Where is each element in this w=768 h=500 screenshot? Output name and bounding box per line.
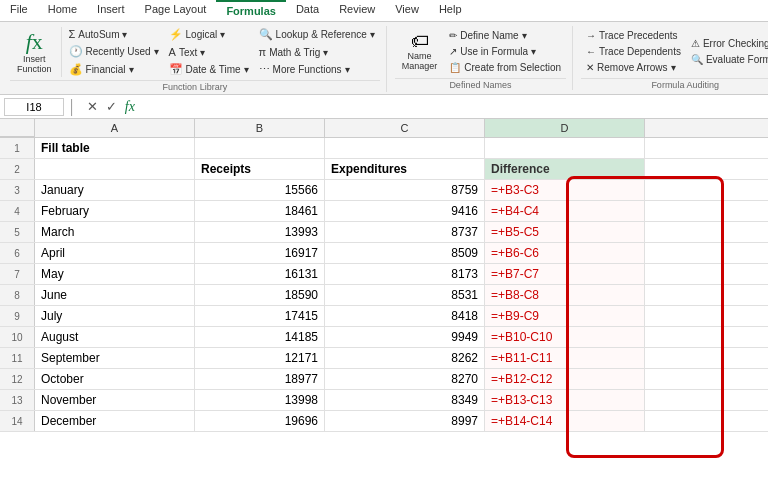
cell-d12[interactable]: =+B12-C12 [485, 369, 645, 389]
cell-d10[interactable]: =+B10-C10 [485, 327, 645, 347]
row-number[interactable]: 7 [0, 264, 35, 284]
define-name-button[interactable]: ✏ Define Name ▾ [444, 28, 566, 43]
cell-b6[interactable]: 16917 [195, 243, 325, 263]
cell-a14[interactable]: December [35, 411, 195, 431]
row-number[interactable]: 5 [0, 222, 35, 242]
col-header-b[interactable]: B [195, 119, 325, 137]
cell-c4[interactable]: 9416 [325, 201, 485, 221]
row-number[interactable]: 2 [0, 159, 35, 179]
row-number[interactable]: 8 [0, 285, 35, 305]
autosum-button[interactable]: Σ AutoSum ▾ [64, 26, 164, 42]
cell-c5[interactable]: 8737 [325, 222, 485, 242]
col-header-a[interactable]: A [35, 119, 195, 137]
cell-d6[interactable]: =+B6-C6 [485, 243, 645, 263]
cell-d11[interactable]: =+B11-C11 [485, 348, 645, 368]
cell-b3[interactable]: 15566 [195, 180, 325, 200]
cell-c2[interactable]: Expenditures [325, 159, 485, 179]
cell-b13[interactable]: 13998 [195, 390, 325, 410]
cell-c8[interactable]: 8531 [325, 285, 485, 305]
math-trig-button[interactable]: π Math & Trig ▾ [254, 44, 380, 60]
row-number[interactable]: 11 [0, 348, 35, 368]
cell-d2[interactable]: Difference [485, 159, 645, 179]
cell-b4[interactable]: 18461 [195, 201, 325, 221]
tab-insert[interactable]: Insert [87, 0, 135, 21]
cell-c12[interactable]: 8270 [325, 369, 485, 389]
cell-d5[interactable]: =+B5-C5 [485, 222, 645, 242]
cell-c6[interactable]: 8509 [325, 243, 485, 263]
row-number[interactable]: 10 [0, 327, 35, 347]
cell-b2[interactable]: Receipts [195, 159, 325, 179]
cell-a7[interactable]: May [35, 264, 195, 284]
recently-used-button[interactable]: 🕐 Recently Used ▾ [64, 43, 164, 60]
cell-b8[interactable]: 18590 [195, 285, 325, 305]
row-number[interactable]: 14 [0, 411, 35, 431]
cell-a2[interactable] [35, 159, 195, 179]
cell-a5[interactable]: March [35, 222, 195, 242]
cell-a13[interactable]: November [35, 390, 195, 410]
cell-d8[interactable]: =+B8-C8 [485, 285, 645, 305]
cell-b7[interactable]: 16131 [195, 264, 325, 284]
date-time-button[interactable]: 📅 Date & Time ▾ [164, 61, 254, 78]
cell-a12[interactable]: October [35, 369, 195, 389]
cancel-formula-icon[interactable]: ✕ [85, 98, 100, 115]
evaluate-formula-button[interactable]: 🔍 Evaluate Formula [686, 52, 768, 67]
confirm-formula-icon[interactable]: ✓ [104, 98, 119, 115]
cell-d3[interactable]: =+B3-C3 [485, 180, 645, 200]
cell-a9[interactable]: July [35, 306, 195, 326]
trace-dependents-button[interactable]: ← Trace Dependents [581, 44, 686, 59]
cell-c13[interactable]: 8349 [325, 390, 485, 410]
cell-b9[interactable]: 17415 [195, 306, 325, 326]
row-number[interactable]: 3 [0, 180, 35, 200]
tab-home[interactable]: Home [38, 0, 87, 21]
financial-button[interactable]: 💰 Financial ▾ [64, 61, 164, 78]
tab-view[interactable]: View [385, 0, 429, 21]
cell-d14[interactable]: =+B14-C14 [485, 411, 645, 431]
lookup-button[interactable]: 🔍 Lookup & Reference ▾ [254, 26, 380, 43]
cell-c1[interactable] [325, 138, 485, 158]
cell-c7[interactable]: 8173 [325, 264, 485, 284]
text-button[interactable]: A Text ▾ [164, 44, 254, 60]
cell-a11[interactable]: September [35, 348, 195, 368]
cell-a6[interactable]: April [35, 243, 195, 263]
cell-c14[interactable]: 8997 [325, 411, 485, 431]
cell-a8[interactable]: June [35, 285, 195, 305]
remove-arrows-button[interactable]: ✕ Remove Arrows ▾ [581, 60, 686, 75]
name-box[interactable] [4, 98, 64, 116]
col-header-d[interactable]: D [485, 119, 645, 137]
row-number[interactable]: 12 [0, 369, 35, 389]
cell-b11[interactable]: 12171 [195, 348, 325, 368]
cell-d1[interactable] [485, 138, 645, 158]
cell-d13[interactable]: =+B13-C13 [485, 390, 645, 410]
tab-file[interactable]: File [0, 0, 38, 21]
use-in-formula-button[interactable]: ↗ Use in Formula ▾ [444, 44, 566, 59]
row-number[interactable]: 4 [0, 201, 35, 221]
cell-a1[interactable]: Fill table [35, 138, 195, 158]
cell-c9[interactable]: 8418 [325, 306, 485, 326]
cell-a10[interactable]: August [35, 327, 195, 347]
cell-c10[interactable]: 9949 [325, 327, 485, 347]
cell-d4[interactable]: =+B4-C4 [485, 201, 645, 221]
cell-c11[interactable]: 8262 [325, 348, 485, 368]
tab-page-layout[interactable]: Page Layout [135, 0, 217, 21]
insert-function-button[interactable]: fx InsertFunction [10, 28, 59, 77]
name-manager-button[interactable]: 🏷 NameManager [395, 29, 445, 74]
error-checking-button[interactable]: ⚠ Error Checking ▾ [686, 36, 768, 51]
tab-data[interactable]: Data [286, 0, 329, 21]
create-from-selection-button[interactable]: 📋 Create from Selection [444, 60, 566, 75]
cell-a3[interactable]: January [35, 180, 195, 200]
insert-function-formula-icon[interactable]: fx [123, 98, 137, 116]
tab-help[interactable]: Help [429, 0, 472, 21]
cell-d9[interactable]: =+B9-C9 [485, 306, 645, 326]
cell-c3[interactable]: 8759 [325, 180, 485, 200]
cell-b12[interactable]: 18977 [195, 369, 325, 389]
tab-formulas[interactable]: Formulas [216, 0, 286, 21]
row-number[interactable]: 1 [0, 138, 35, 158]
row-number[interactable]: 9 [0, 306, 35, 326]
col-header-c[interactable]: C [325, 119, 485, 137]
formula-input[interactable] [145, 100, 764, 114]
cell-b10[interactable]: 14185 [195, 327, 325, 347]
logical-button[interactable]: ⚡ Logical ▾ [164, 26, 254, 43]
cell-b14[interactable]: 19696 [195, 411, 325, 431]
cell-b5[interactable]: 13993 [195, 222, 325, 242]
row-number[interactable]: 6 [0, 243, 35, 263]
